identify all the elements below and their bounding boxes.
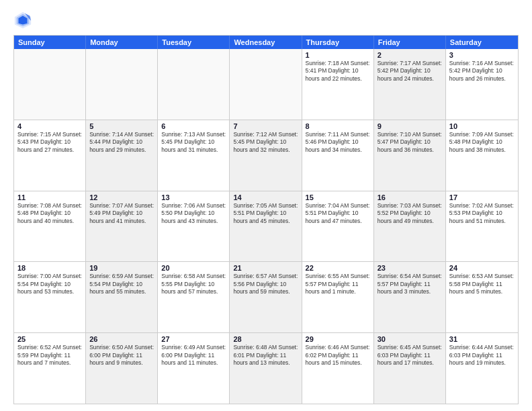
day-number: 7	[233, 122, 298, 130]
cell-content: Sunrise: 6:52 AM Sunset: 5:59 PM Dayligh…	[17, 344, 82, 367]
day-number: 8	[306, 122, 370, 130]
cell-content: Sunrise: 7:16 AM Sunset: 5:42 PM Dayligh…	[449, 60, 515, 83]
calendar-cell: 24Sunrise: 6:53 AM Sunset: 5:58 PM Dayli…	[446, 262, 518, 332]
calendar-cell: 1Sunrise: 7:18 AM Sunset: 5:41 PM Daylig…	[302, 49, 374, 120]
cell-content: Sunrise: 7:17 AM Sunset: 5:42 PM Dayligh…	[378, 60, 442, 83]
cell-content: Sunrise: 6:48 AM Sunset: 6:01 PM Dayligh…	[233, 344, 298, 367]
day-number: 15	[306, 193, 370, 201]
calendar-cell: 9Sunrise: 7:10 AM Sunset: 5:47 PM Daylig…	[374, 120, 446, 191]
cell-content: Sunrise: 7:06 AM Sunset: 5:50 PM Dayligh…	[161, 202, 226, 225]
cell-content: Sunrise: 6:44 AM Sunset: 6:03 PM Dayligh…	[449, 344, 515, 367]
calendar-cell: 20Sunrise: 6:58 AM Sunset: 5:55 PM Dayli…	[158, 262, 230, 332]
calendar-body: 1Sunrise: 7:18 AM Sunset: 5:41 PM Daylig…	[14, 49, 518, 404]
header	[13, 11, 519, 30]
calendar-cell	[86, 49, 158, 120]
cell-content: Sunrise: 6:55 AM Sunset: 5:57 PM Dayligh…	[306, 273, 370, 295]
calendar-header-cell: Wednesday	[230, 36, 302, 49]
day-number: 29	[306, 335, 370, 343]
cell-content: Sunrise: 7:11 AM Sunset: 5:46 PM Dayligh…	[306, 131, 370, 154]
day-number: 5	[89, 122, 154, 130]
calendar-cell: 26Sunrise: 6:50 AM Sunset: 6:00 PM Dayli…	[86, 333, 158, 404]
cell-content: Sunrise: 7:07 AM Sunset: 5:49 PM Dayligh…	[89, 202, 154, 225]
calendar-cell: 10Sunrise: 7:09 AM Sunset: 5:48 PM Dayli…	[446, 120, 518, 191]
day-number: 3	[449, 51, 515, 59]
day-number: 11	[17, 193, 82, 201]
calendar-header-cell: Sunday	[14, 36, 86, 49]
calendar-row: 11Sunrise: 7:08 AM Sunset: 5:48 PM Dayli…	[14, 191, 518, 263]
calendar-cell: 11Sunrise: 7:08 AM Sunset: 5:48 PM Dayli…	[14, 191, 86, 262]
calendar-cell: 21Sunrise: 6:57 AM Sunset: 5:56 PM Dayli…	[230, 262, 302, 332]
cell-content: Sunrise: 6:50 AM Sunset: 6:00 PM Dayligh…	[89, 344, 154, 367]
calendar-cell	[230, 49, 302, 120]
cell-content: Sunrise: 7:00 AM Sunset: 5:54 PM Dayligh…	[17, 273, 82, 295]
cell-content: Sunrise: 7:14 AM Sunset: 5:44 PM Dayligh…	[89, 131, 154, 154]
calendar-cell: 12Sunrise: 7:07 AM Sunset: 5:49 PM Dayli…	[86, 191, 158, 262]
calendar-cell: 2Sunrise: 7:17 AM Sunset: 5:42 PM Daylig…	[374, 49, 446, 120]
cell-content: Sunrise: 6:57 AM Sunset: 5:56 PM Dayligh…	[233, 273, 298, 295]
calendar-cell: 4Sunrise: 7:15 AM Sunset: 5:43 PM Daylig…	[14, 120, 86, 191]
calendar-row: 1Sunrise: 7:18 AM Sunset: 5:41 PM Daylig…	[14, 49, 518, 120]
day-number: 21	[233, 264, 298, 272]
day-number: 20	[161, 264, 226, 272]
calendar-cell: 17Sunrise: 7:02 AM Sunset: 5:53 PM Dayli…	[446, 191, 518, 262]
cell-content: Sunrise: 7:15 AM Sunset: 5:43 PM Dayligh…	[17, 131, 82, 154]
cell-content: Sunrise: 7:13 AM Sunset: 5:45 PM Dayligh…	[161, 131, 226, 154]
calendar-row: 25Sunrise: 6:52 AM Sunset: 5:59 PM Dayli…	[14, 333, 518, 404]
day-number: 2	[378, 51, 442, 59]
cell-content: Sunrise: 7:10 AM Sunset: 5:47 PM Dayligh…	[378, 131, 442, 154]
day-number: 27	[161, 335, 226, 343]
cell-content: Sunrise: 7:12 AM Sunset: 5:45 PM Dayligh…	[233, 131, 298, 154]
cell-content: Sunrise: 7:04 AM Sunset: 5:51 PM Dayligh…	[306, 202, 370, 225]
logo	[13, 11, 35, 30]
day-number: 1	[306, 51, 370, 59]
calendar-cell: 28Sunrise: 6:48 AM Sunset: 6:01 PM Dayli…	[230, 333, 302, 404]
cell-content: Sunrise: 6:49 AM Sunset: 6:00 PM Dayligh…	[161, 344, 226, 367]
calendar-cell: 7Sunrise: 7:12 AM Sunset: 5:45 PM Daylig…	[230, 120, 302, 191]
calendar-cell: 3Sunrise: 7:16 AM Sunset: 5:42 PM Daylig…	[446, 49, 518, 120]
calendar-row: 4Sunrise: 7:15 AM Sunset: 5:43 PM Daylig…	[14, 120, 518, 191]
calendar-cell: 31Sunrise: 6:44 AM Sunset: 6:03 PM Dayli…	[446, 333, 518, 404]
cell-content: Sunrise: 7:09 AM Sunset: 5:48 PM Dayligh…	[449, 131, 515, 154]
day-number: 14	[233, 193, 298, 201]
day-number: 30	[378, 335, 442, 343]
calendar-header-cell: Tuesday	[158, 36, 230, 49]
cell-content: Sunrise: 6:46 AM Sunset: 6:02 PM Dayligh…	[306, 344, 370, 367]
calendar-header: SundayMondayTuesdayWednesdayThursdayFrid…	[14, 36, 518, 49]
calendar-cell: 18Sunrise: 7:00 AM Sunset: 5:54 PM Dayli…	[14, 262, 86, 332]
day-number: 12	[89, 193, 154, 201]
logo-icon	[13, 11, 32, 30]
calendar-cell: 23Sunrise: 6:54 AM Sunset: 5:57 PM Dayli…	[374, 262, 446, 332]
day-number: 18	[17, 264, 82, 272]
calendar-cell: 14Sunrise: 7:05 AM Sunset: 5:51 PM Dayli…	[230, 191, 302, 262]
cell-content: Sunrise: 6:54 AM Sunset: 5:57 PM Dayligh…	[378, 273, 442, 295]
day-number: 25	[17, 335, 82, 343]
day-number: 13	[161, 193, 226, 201]
cell-content: Sunrise: 6:59 AM Sunset: 5:54 PM Dayligh…	[89, 273, 154, 295]
calendar-row: 18Sunrise: 7:00 AM Sunset: 5:54 PM Dayli…	[14, 262, 518, 333]
calendar-cell	[14, 49, 86, 120]
calendar-cell: 19Sunrise: 6:59 AM Sunset: 5:54 PM Dayli…	[86, 262, 158, 332]
calendar-cell: 25Sunrise: 6:52 AM Sunset: 5:59 PM Dayli…	[14, 333, 86, 404]
calendar-cell: 16Sunrise: 7:03 AM Sunset: 5:52 PM Dayli…	[374, 191, 446, 262]
page: SundayMondayTuesdayWednesdayThursdayFrid…	[0, 0, 532, 411]
calendar-cell: 27Sunrise: 6:49 AM Sunset: 6:00 PM Dayli…	[158, 333, 230, 404]
calendar-cell: 6Sunrise: 7:13 AM Sunset: 5:45 PM Daylig…	[158, 120, 230, 191]
cell-content: Sunrise: 7:08 AM Sunset: 5:48 PM Dayligh…	[17, 202, 82, 225]
day-number: 6	[161, 122, 226, 130]
calendar-cell: 5Sunrise: 7:14 AM Sunset: 5:44 PM Daylig…	[86, 120, 158, 191]
day-number: 17	[449, 193, 515, 201]
calendar-header-cell: Thursday	[302, 36, 374, 49]
cell-content: Sunrise: 6:45 AM Sunset: 6:03 PM Dayligh…	[378, 344, 442, 367]
day-number: 19	[89, 264, 154, 272]
cell-content: Sunrise: 7:02 AM Sunset: 5:53 PM Dayligh…	[449, 202, 515, 225]
calendar: SundayMondayTuesdayWednesdayThursdayFrid…	[13, 35, 519, 404]
calendar-cell: 30Sunrise: 6:45 AM Sunset: 6:03 PM Dayli…	[374, 333, 446, 404]
day-number: 24	[449, 264, 515, 272]
cell-content: Sunrise: 7:18 AM Sunset: 5:41 PM Dayligh…	[306, 60, 370, 83]
calendar-cell: 13Sunrise: 7:06 AM Sunset: 5:50 PM Dayli…	[158, 191, 230, 262]
day-number: 28	[233, 335, 298, 343]
day-number: 31	[449, 335, 515, 343]
calendar-cell	[158, 49, 230, 120]
calendar-cell: 8Sunrise: 7:11 AM Sunset: 5:46 PM Daylig…	[302, 120, 374, 191]
calendar-cell: 29Sunrise: 6:46 AM Sunset: 6:02 PM Dayli…	[302, 333, 374, 404]
